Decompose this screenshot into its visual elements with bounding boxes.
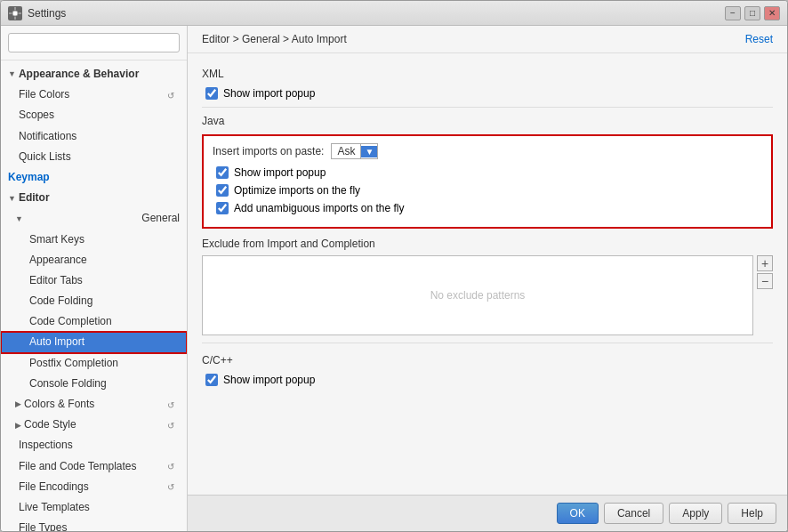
settings-window: Settings − □ ✕ ▼ Appearance & Behavior F… xyxy=(0,0,788,532)
insert-imports-row: Insert imports on paste: Ask ▼ xyxy=(213,143,762,159)
xml-section-label: XML xyxy=(202,68,773,80)
sidebar-item-appearance[interactable]: Appearance xyxy=(1,250,187,270)
java-show-import-label: Show import popup xyxy=(234,166,326,179)
exclude-section: Exclude from Import and Completion No ex… xyxy=(202,238,773,335)
add-exclude-button[interactable]: + xyxy=(757,255,773,271)
sidebar-item-general[interactable]: ▼ General xyxy=(1,208,187,229)
chevron-down-icon-general: ▼ xyxy=(15,213,23,225)
java-optimize-imports-label: Optimize imports on the fly xyxy=(234,184,360,197)
chevron-right-icon-code-style: ▶ xyxy=(15,419,21,431)
java-section-label: Java xyxy=(202,115,773,127)
sidebar-item-smart-keys[interactable]: Smart Keys xyxy=(1,230,187,250)
svg-point-0 xyxy=(12,11,18,16)
ok-button[interactable]: OK xyxy=(557,503,599,524)
chevron-down-icon-editor: ▼ xyxy=(8,192,16,205)
sidebar-item-live-templates[interactable]: Live Templates xyxy=(1,497,187,518)
java-add-unambiguous-label: Add unambiguous imports on the fly xyxy=(234,202,404,214)
minimize-button[interactable]: − xyxy=(725,6,741,20)
divider-xml-java xyxy=(202,107,773,108)
search-box xyxy=(1,26,187,60)
no-patterns-label: No exclude patterns xyxy=(430,289,526,302)
reset-button[interactable]: Reset xyxy=(745,33,773,45)
sync-icon: ↺ xyxy=(167,89,180,101)
sidebar-item-code-style[interactable]: ▶ Code Style ↺ xyxy=(1,415,187,435)
chevron-right-icon-colors: ▶ xyxy=(15,398,21,410)
apply-button[interactable]: Apply xyxy=(669,503,722,524)
sidebar-item-notifications[interactable]: Notifications xyxy=(1,126,187,147)
sidebar-tree: ▼ Appearance & Behavior File Colors ↺ Sc… xyxy=(1,60,187,531)
sidebar-item-code-folding[interactable]: Code Folding xyxy=(1,291,187,311)
cpp-section: C/C++ Show import popup xyxy=(202,354,773,386)
window-title: Settings xyxy=(28,7,66,20)
sidebar-item-auto-import[interactable]: Auto Import xyxy=(1,332,187,352)
footer: OK Cancel Apply Help xyxy=(188,495,787,531)
sidebar-item-appearance-behavior[interactable]: ▼ Appearance & Behavior xyxy=(1,64,187,85)
sidebar-item-code-completion[interactable]: Code Completion xyxy=(1,311,187,332)
sync-icon-fe: ↺ xyxy=(167,480,180,493)
sidebar-item-file-code-templates[interactable]: File and Code Templates ↺ xyxy=(1,456,187,477)
remove-exclude-button[interactable]: − xyxy=(757,273,773,289)
insert-imports-dropdown[interactable]: Ask ▼ xyxy=(331,143,378,159)
sidebar-item-file-colors[interactable]: File Colors ↺ xyxy=(1,85,187,105)
java-show-import-checkbox[interactable] xyxy=(216,166,229,179)
sidebar-item-colors-fonts[interactable]: ▶ Colors & Fonts ↺ xyxy=(1,394,187,415)
java-section: Insert imports on paste: Ask ▼ Show impo… xyxy=(202,134,773,229)
insert-imports-label: Insert imports on paste: xyxy=(213,145,324,157)
title-bar: Settings − □ ✕ xyxy=(1,1,787,26)
sync-icon-code-style: ↺ xyxy=(167,419,180,431)
sidebar: ▼ Appearance & Behavior File Colors ↺ Sc… xyxy=(1,26,188,531)
sidebar-item-file-types[interactable]: File Types xyxy=(1,518,187,531)
help-button[interactable]: Help xyxy=(728,503,776,524)
cpp-section-label: C/C++ xyxy=(202,354,773,367)
settings-icon xyxy=(8,6,22,20)
java-optimize-imports-row: Optimize imports on the fly xyxy=(213,184,762,197)
dropdown-arrow-icon[interactable]: ▼ xyxy=(361,146,377,157)
sidebar-item-quick-lists[interactable]: Quick Lists xyxy=(1,147,187,167)
breadcrumb: Editor > General > Auto Import xyxy=(202,33,347,45)
sidebar-item-inspections[interactable]: Inspections xyxy=(1,435,187,455)
sync-icon-colors: ↺ xyxy=(167,399,180,411)
settings-content: XML Show import popup Java Insert import… xyxy=(188,53,787,495)
chevron-down-icon: ▼ xyxy=(8,68,16,80)
sidebar-item-scopes[interactable]: Scopes xyxy=(1,105,187,125)
sidebar-item-editor[interactable]: ▼ Editor xyxy=(1,188,187,208)
main-content-area: ▼ Appearance & Behavior File Colors ↺ Sc… xyxy=(1,26,787,531)
sidebar-item-editor-tabs[interactable]: Editor Tabs xyxy=(1,270,187,291)
cancel-button[interactable]: Cancel xyxy=(604,503,663,524)
xml-show-import-label: Show import popup xyxy=(223,87,315,100)
exclude-buttons: + − xyxy=(757,255,773,335)
exclude-box-wrap: No exclude patterns + − xyxy=(202,255,773,335)
exclude-label: Exclude from Import and Completion xyxy=(202,238,773,250)
sidebar-item-console-folding[interactable]: Console Folding xyxy=(1,374,187,394)
divider-exclude-cpp xyxy=(202,343,773,343)
window-controls: − □ ✕ xyxy=(725,6,780,20)
java-add-unambiguous-checkbox[interactable] xyxy=(216,202,229,214)
java-add-unambiguous-row: Add unambiguous imports on the fly xyxy=(213,202,762,214)
cpp-show-import-label: Show import popup xyxy=(223,374,315,386)
main-panel: Editor > General > Auto Import Reset XML… xyxy=(188,26,787,531)
search-input[interactable] xyxy=(8,33,180,52)
java-show-import-row: Show import popup xyxy=(213,166,762,179)
java-optimize-imports-checkbox[interactable] xyxy=(216,184,229,197)
sidebar-item-file-encodings[interactable]: File Encodings ↺ xyxy=(1,477,187,497)
title-bar-left: Settings xyxy=(8,6,66,20)
exclude-patterns-box[interactable]: No exclude patterns xyxy=(202,255,753,335)
sidebar-item-keymap[interactable]: Keymap xyxy=(1,167,187,188)
sidebar-item-postfix-completion[interactable]: Postfix Completion xyxy=(1,353,187,374)
close-button[interactable]: ✕ xyxy=(764,6,780,20)
cpp-show-import-checkbox[interactable] xyxy=(205,374,218,386)
cpp-show-import-row: Show import popup xyxy=(202,374,773,386)
breadcrumb-bar: Editor > General > Auto Import Reset xyxy=(188,26,787,53)
sync-icon-fct: ↺ xyxy=(167,460,180,472)
insert-imports-value: Ask xyxy=(332,144,361,158)
xml-show-import-checkbox[interactable] xyxy=(205,87,218,100)
maximize-button[interactable]: □ xyxy=(744,6,760,20)
xml-show-import-row: Show import popup xyxy=(202,87,773,100)
